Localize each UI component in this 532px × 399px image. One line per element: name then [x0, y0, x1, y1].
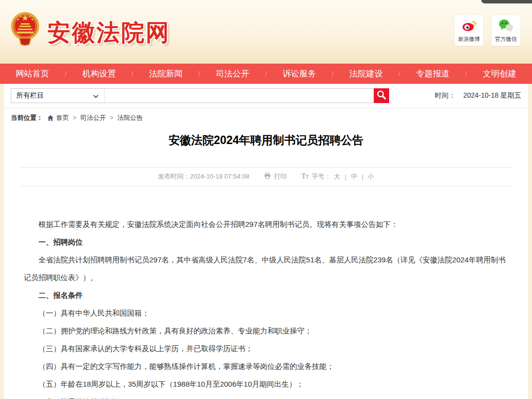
- nav-item-special-reports[interactable]: 专题报道: [400, 68, 466, 79]
- breadcrumb-item-court-announcements[interactable]: 法院公告: [117, 113, 143, 122]
- breadcrumb-separator: >: [73, 114, 76, 121]
- site-header: 安徽法院网 新浪微博: [0, 0, 532, 64]
- breadcrumb-item-home[interactable]: 首页: [56, 113, 69, 122]
- print-button[interactable]: 打印: [264, 172, 287, 181]
- weibo-icon: [462, 19, 476, 34]
- heading-recruitment-positions: 一、招聘岗位: [24, 233, 508, 251]
- article-body: 根据工作需要及有关规定，安徽法院系统决定面向社会公开招聘297名聘用制书记员。现…: [20, 186, 512, 399]
- printer-icon: [264, 173, 271, 181]
- national-emblem-icon: [11, 11, 39, 50]
- search-input[interactable]: [105, 89, 373, 103]
- nav-item-civilization[interactable]: 文明创建: [467, 68, 532, 79]
- print-label: 打印: [274, 172, 287, 181]
- search-bar-row: 所有栏目 时间： 2024-10-18 星期五: [4, 84, 528, 108]
- heading-application-requirements: 二、报名条件: [24, 287, 508, 304]
- fontsize-separator: |: [362, 173, 363, 181]
- time-label: 时间：: [434, 91, 455, 100]
- search-box: 所有栏目: [11, 88, 374, 103]
- fontsize-small-button[interactable]: 小: [368, 172, 374, 181]
- article-title: 安徽法院2024年聘用制书记员招聘公告: [20, 126, 512, 148]
- fontsize-separator: |: [345, 173, 346, 181]
- weibo-button[interactable]: 新浪微博: [455, 15, 483, 46]
- social-links: 新浪微博 官方微信: [455, 15, 520, 46]
- wechat-label: 官方微信: [495, 36, 517, 43]
- search-button[interactable]: [374, 88, 389, 103]
- main-navigation: 网站首页 / 机构设置 / 法院新闻 / 司法公开 / 诉讼服务 / 法院建设 …: [0, 64, 532, 84]
- nav-item-home[interactable]: 网站首页: [0, 68, 65, 79]
- fontsize-icon: TT: [301, 173, 309, 181]
- browser-chrome-artifact: [481, 0, 532, 3]
- fontsize-medium-button[interactable]: 中: [351, 172, 357, 181]
- breadcrumb-label: 当前位置：: [11, 113, 43, 122]
- article-container: 安徽法院2024年聘用制书记员招聘公告 发布时间：2024-10-18 07:5…: [4, 126, 528, 399]
- weibo-label: 新浪微博: [458, 36, 480, 43]
- chevron-down-icon: [93, 92, 99, 100]
- wechat-icon: [499, 19, 513, 34]
- site-name: 安徽法院网: [47, 17, 170, 48]
- requirement-item-3: （三）具有国家承认的大学专科及以上学历，并已取得学历证书；: [24, 340, 508, 358]
- category-select-value: 所有栏目: [16, 91, 44, 100]
- requirement-item-6: （六）熟悉法律基础知识；: [24, 393, 508, 399]
- nav-item-judicial-openness[interactable]: 司法公开: [200, 68, 265, 79]
- nav-item-court-construction[interactable]: 法院建设: [333, 68, 399, 79]
- breadcrumb: 当前位置： 首页 > 司法公开 > 法院公告: [4, 108, 528, 126]
- category-select[interactable]: 所有栏目: [11, 89, 105, 103]
- article-meta-bar: 发布时间：2024-10-18 07:54:08 打印 TT 字号： 大 | 中…: [20, 167, 512, 186]
- requirement-item-2: （二）拥护党的理论和路线方针政策，具有良好的政治素养、专业能力和职业操守；: [24, 322, 508, 340]
- current-date: 2024-10-18 星期五: [463, 91, 521, 100]
- breadcrumb-separator: >: [110, 114, 113, 121]
- datetime-display: 时间： 2024-10-18 星期五: [434, 91, 521, 100]
- requirement-item-4: （四）具有一定的文字写作能力，能够熟练操作计算机，掌握速录等岗位必需的业务技能；: [24, 358, 508, 375]
- home-icon: [47, 115, 54, 121]
- nav-item-court-news[interactable]: 法院新闻: [133, 68, 199, 79]
- fontsize-large-button[interactable]: 大: [334, 172, 340, 181]
- nav-item-organization[interactable]: 机构设置: [66, 68, 132, 79]
- paragraph-intro: 根据工作需要及有关规定，安徽法院系统决定面向社会公开招聘297名聘用制书记员。现…: [24, 216, 508, 233]
- paragraph-positions-detail: 全省法院共计划招聘聘用制书记员297名，其中省高级人民法院7名、中级人民法院51…: [24, 251, 508, 287]
- wechat-button[interactable]: 官方微信: [492, 15, 520, 46]
- breadcrumb-item-judicial-openness[interactable]: 司法公开: [80, 113, 106, 122]
- site-logo[interactable]: 安徽法院网: [11, 11, 170, 50]
- fontsize-label: 字号：: [312, 172, 331, 181]
- requirement-item-5: （五）年龄在18周岁以上，35周岁以下（1988年10月至2006年10月期间出…: [24, 375, 508, 393]
- search-icon: [376, 90, 387, 102]
- publish-time: 发布时间：2024-10-18 07:54:08: [158, 172, 249, 181]
- fontsize-controls: TT 字号： 大 | 中 | 小: [301, 172, 374, 181]
- requirement-item-1: （一）具有中华人民共和国国籍；: [24, 304, 508, 322]
- nav-item-litigation-services[interactable]: 诉讼服务: [267, 68, 332, 79]
